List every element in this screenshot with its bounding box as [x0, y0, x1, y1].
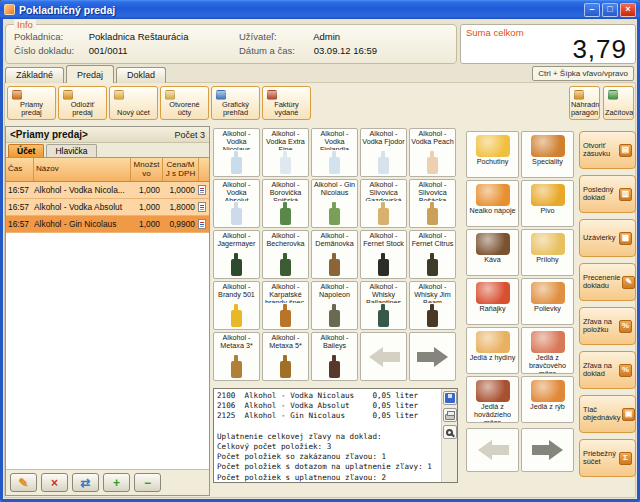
substitute-receipt-button[interactable]: Náhradný paragón — [569, 86, 600, 120]
product-tile[interactable]: Alkohol - Metaxa 3* — [213, 332, 260, 381]
info-field-label: Číslo dokladu: — [14, 45, 86, 56]
print-order-button[interactable]: Tlač objednávky ▣ — [579, 395, 636, 433]
category-tile[interactable]: Jedlá z hydiny — [466, 327, 519, 374]
product-tile[interactable]: Alkohol - Vodka Nicolaus — [213, 128, 260, 177]
increase-qty-button[interactable]: + — [103, 473, 130, 492]
product-tile[interactable]: Alkohol - Jagermayer — [213, 230, 260, 279]
main-tab[interactable]: Predaj — [66, 65, 114, 83]
product-tile[interactable]: Alkohol - Becherovka — [262, 230, 309, 279]
category-tile[interactable]: Pivo — [521, 180, 574, 227]
categories-prev-button[interactable] — [466, 428, 519, 472]
receipt-panel-tab[interactable]: Hlavička — [46, 144, 96, 157]
product-tile[interactable]: Alkohol - Vodka Fjodor — [360, 128, 407, 177]
chart-icon — [216, 90, 226, 100]
info-field-label: Užívateľ: — [239, 31, 311, 42]
product-tile[interactable]: Alkohol - Vodka Peach — [409, 128, 456, 177]
category-tile[interactable]: Raňajky — [466, 278, 519, 325]
product-tile[interactable]: Alkohol - Whisky Jim Beam — [409, 281, 456, 330]
category-tile[interactable]: Jedlá z bravčového mäsa — [521, 327, 574, 374]
print-button[interactable] — [443, 408, 457, 422]
action-button-label: Tlač objednávky — [583, 406, 620, 423]
product-tile[interactable]: Alkohol - Napoleon — [311, 281, 358, 330]
product-tile[interactable]: Alkohol - Brandy 501 — [213, 281, 260, 330]
hold-sale-button[interactable]: Odložiť predaj — [58, 86, 107, 120]
product-tile[interactable]: Alkohol - Fernet Citrus — [409, 230, 456, 279]
document-discount-button[interactable]: Zľava na doklad % — [579, 351, 636, 389]
column-header[interactable]: Názov — [34, 158, 131, 181]
receipt-panel-tab[interactable]: Účet — [8, 144, 44, 157]
last-receipt-button[interactable]: Posledný doklad ▥ — [579, 175, 636, 213]
subtotal-button[interactable]: Priebežný súčet Σ — [579, 439, 636, 477]
new-bill-button[interactable]: Nový účet — [109, 86, 158, 120]
product-tile[interactable]: Alkohol - Demänovka — [311, 230, 358, 279]
main-tab[interactable]: Doklad — [116, 67, 166, 83]
category-tile[interactable]: Polievky — [521, 278, 574, 325]
product-tile[interactable]: Alkohol - Vodka Finlandia — [311, 128, 358, 177]
column-header[interactable]: Množstvo — [131, 158, 163, 181]
plus-icon: + — [113, 477, 120, 489]
info-field: Dátum a čas: 03.09.12 16:59 — [239, 45, 464, 59]
product-tile[interactable]: Alkohol - Slivovica Bošácka — [409, 179, 456, 228]
receipt-row-time: 16:57 — [6, 185, 34, 195]
maximize-button[interactable]: □ — [602, 3, 618, 17]
receipt-log-line-text: Počet položiek s dotazom na uplatnenie z… — [217, 462, 432, 471]
receipt-log-line-text: 2100 Alkohol - Vodka Nicolaus 0,05 liter — [217, 391, 418, 400]
product-label: Alkohol - Brandy 501 — [214, 282, 259, 303]
receipt-row-quantity: 1,000 — [131, 202, 163, 212]
receipt-row[interactable]: 16:57 Alkohol - Vodka Nicola... 1,000 1,… — [6, 182, 209, 199]
bottle-icon — [280, 208, 291, 225]
product-tile[interactable]: Alkohol - Metaxa 5* — [262, 332, 309, 381]
product-tile[interactable]: Alkohol - Slivovica Gazdovská — [360, 179, 407, 228]
open-drawer-button[interactable]: Otvoriť zásuvku ▤ — [579, 131, 636, 169]
delete-item-button[interactable]: × — [41, 473, 68, 492]
graphic-overview-button[interactable]: Grafický prehľad — [211, 86, 260, 120]
product-tile[interactable]: Alkohol - Vodka Absolut — [213, 179, 260, 228]
minimize-button[interactable]: – — [584, 3, 600, 17]
products-prev-button[interactable] — [360, 332, 407, 381]
product-tile[interactable]: Alkohol - Baileys — [311, 332, 358, 381]
magnify-button[interactable] — [443, 425, 457, 439]
product-tile[interactable]: Alkohol - Whisky Ballantines — [360, 281, 407, 330]
product-label: Alkohol - Napoleon — [312, 282, 357, 303]
category-tile[interactable]: Prílohy — [521, 229, 574, 276]
main-tab[interactable]: Základné — [5, 67, 64, 83]
bottle-icon — [231, 310, 242, 327]
product-tile[interactable]: Alkohol - Fernet Stock — [360, 230, 407, 279]
issued-invoices-button[interactable]: Faktúry vydané — [262, 86, 311, 120]
category-tile[interactable]: Pochutiny — [466, 131, 519, 178]
product-label: Alkohol - Fernet Citrus — [410, 231, 455, 252]
receipt-row[interactable]: 16:57 Alkohol - Gin Nicolaus 1,000 0,990… — [6, 216, 209, 233]
product-tile[interactable]: Alkohol - Borovička Spišská — [262, 179, 309, 228]
category-tile[interactable]: Speciality — [521, 131, 574, 178]
decrease-qty-button[interactable]: − — [134, 473, 161, 492]
closures-button[interactable]: Uzávierky ▦ — [579, 219, 636, 257]
product-tile[interactable]: Alkohol - Vodka Extra Fine — [262, 128, 309, 177]
category-label: Jedlá z hovädzieho mäsa — [467, 403, 518, 423]
direct-sale-button[interactable]: Priamy predaj — [7, 86, 56, 120]
receipt-log-line-text: Počet položiek so zakázanou zľavou: 1 — [217, 452, 386, 461]
toolbar-right: Náhradný paragón Začítovať — [569, 86, 634, 120]
save-button[interactable] — [443, 391, 457, 405]
product-label: Alkohol - Fernet Stock — [361, 231, 406, 252]
category-tile[interactable]: Jedlá z rýb — [521, 376, 574, 423]
receipt-log-text[interactable]: 2100 Alkohol - Vodka Nicolaus 0,05 liter… — [214, 389, 441, 482]
edit-item-button[interactable]: ✎ — [10, 473, 37, 492]
category-tile[interactable]: Nealko nápoje — [466, 180, 519, 227]
column-header[interactable]: Čas — [6, 158, 34, 181]
reprice-document-button[interactable]: Precenenie dokladu ✎ — [579, 263, 636, 301]
categories-next-button[interactable] — [521, 428, 574, 472]
category-tile[interactable]: Káva — [466, 229, 519, 276]
receipt-row[interactable]: 16:57 Alkohol - Vodka Absolut 1,000 1,80… — [6, 199, 209, 216]
receipt-panel: <Priamy predaj> Počet 3 Účet Hlavička Ča… — [5, 126, 210, 496]
column-header[interactable]: Cena/MJ s DPH — [163, 158, 199, 181]
transfer-item-button[interactable]: ⇄ — [72, 473, 99, 492]
category-tile[interactable]: Jedlá z hovädzieho mäsa — [466, 376, 519, 423]
close-button[interactable]: × — [620, 3, 636, 17]
open-bills-button[interactable]: Otvorené účty — [160, 86, 209, 120]
products-next-button[interactable] — [409, 332, 456, 381]
product-tile[interactable]: Alkohol - Karpatské brandy špec. — [262, 281, 309, 330]
start-count-button[interactable]: Začítovať — [603, 86, 634, 120]
specialty-dish-icon — [531, 135, 565, 157]
product-tile[interactable]: Alkohol - Gin Nicolaus — [311, 179, 358, 228]
item-discount-button[interactable]: Zľava na položku % — [579, 307, 636, 345]
